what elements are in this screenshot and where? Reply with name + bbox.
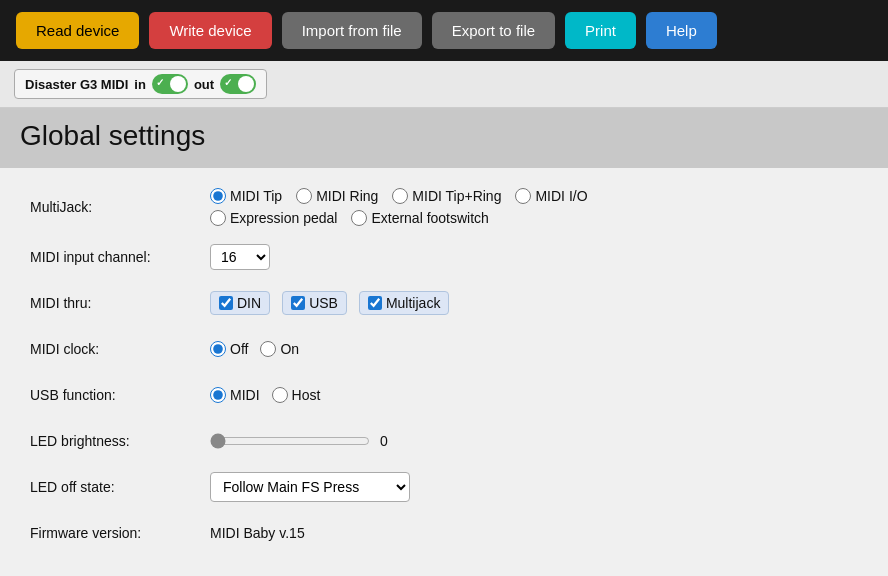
- led-brightness-control: 0: [210, 433, 388, 449]
- firmware-version-control: MIDI Baby v.15: [210, 525, 305, 541]
- midi-thru-label: MIDI thru:: [30, 295, 210, 311]
- multijack-midi-tip[interactable]: MIDI Tip: [210, 188, 282, 204]
- midi-thru-usb[interactable]: USB: [282, 291, 347, 315]
- out-label: out: [194, 77, 214, 92]
- device-name: Disaster G3 MIDI: [25, 77, 128, 92]
- multijack-external-footswitch[interactable]: External footswitch: [351, 210, 489, 226]
- midi-thru-control: DIN USB Multijack: [210, 291, 449, 315]
- led-brightness-slider-wrap: 0: [210, 433, 388, 449]
- led-off-state-select[interactable]: Follow Main FS Press Always Off Always O…: [210, 472, 410, 502]
- page-title: Global settings: [20, 120, 205, 151]
- midi-clock-off-radio[interactable]: [210, 341, 226, 357]
- midi-clock-off[interactable]: Off: [210, 341, 248, 357]
- multijack-row2: Expression pedal External footswitch: [210, 210, 588, 226]
- multijack-midi-io[interactable]: MIDI I/O: [515, 188, 587, 204]
- led-off-state-label: LED off state:: [30, 479, 210, 495]
- multijack-label: MultiJack:: [30, 199, 210, 215]
- multijack-row: MultiJack: MIDI Tip MIDI Ring MIDI Tip+R…: [30, 188, 858, 226]
- midi-thru-usb-checkbox[interactable]: [291, 296, 305, 310]
- multijack-control: MIDI Tip MIDI Ring MIDI Tip+Ring MIDI I/…: [210, 188, 588, 226]
- midi-in-toggle[interactable]: ✓: [152, 74, 188, 94]
- section-header: Global settings: [0, 108, 888, 168]
- multijack-external-footswitch-radio[interactable]: [351, 210, 367, 226]
- midi-input-channel-control: 16 1234 5678 9101112 131415: [210, 244, 270, 270]
- led-brightness-slider[interactable]: [210, 433, 370, 449]
- midi-clock-control: Off On: [210, 341, 299, 357]
- usb-function-midi-radio[interactable]: [210, 387, 226, 403]
- midi-thru-row: MIDI thru: DIN USB Multijack: [30, 288, 858, 318]
- midi-input-channel-label: MIDI input channel:: [30, 249, 210, 265]
- led-off-state-control: Follow Main FS Press Always Off Always O…: [210, 472, 410, 502]
- toolbar: Read device Write device Import from fil…: [0, 0, 888, 61]
- midi-thru-multijack[interactable]: Multijack: [359, 291, 449, 315]
- write-device-button[interactable]: Write device: [149, 12, 271, 49]
- midi-clock-label: MIDI clock:: [30, 341, 210, 357]
- led-off-state-row: LED off state: Follow Main FS Press Alwa…: [30, 472, 858, 502]
- settings-area: MultiJack: MIDI Tip MIDI Ring MIDI Tip+R…: [0, 168, 888, 576]
- multijack-expression-pedal[interactable]: Expression pedal: [210, 210, 337, 226]
- multijack-expression-pedal-radio[interactable]: [210, 210, 226, 226]
- midi-thru-multijack-checkbox[interactable]: [368, 296, 382, 310]
- midi-input-channel-select[interactable]: 16 1234 5678 9101112 131415: [210, 244, 270, 270]
- usb-function-host-radio[interactable]: [272, 387, 288, 403]
- midi-input-channel-row: MIDI input channel: 16 1234 5678 9101112…: [30, 242, 858, 272]
- firmware-version-row: Firmware version: MIDI Baby v.15: [30, 518, 858, 548]
- led-brightness-label: LED brightness:: [30, 433, 210, 449]
- multijack-row1: MIDI Tip MIDI Ring MIDI Tip+Ring MIDI I/…: [210, 188, 588, 204]
- device-status-label: Disaster G3 MIDI in ✓ out ✓: [14, 69, 267, 99]
- help-button[interactable]: Help: [646, 12, 717, 49]
- midi-clock-on[interactable]: On: [260, 341, 299, 357]
- usb-function-row: USB function: MIDI Host: [30, 380, 858, 410]
- in-label: in: [134, 77, 146, 92]
- import-from-file-button[interactable]: Import from file: [282, 12, 422, 49]
- led-brightness-value: 0: [380, 433, 388, 449]
- midi-out-toggle[interactable]: ✓: [220, 74, 256, 94]
- midi-clock-on-radio[interactable]: [260, 341, 276, 357]
- firmware-version-value: MIDI Baby v.15: [210, 525, 305, 541]
- multijack-options: MIDI Tip MIDI Ring MIDI Tip+Ring MIDI I/…: [210, 188, 588, 226]
- usb-function-label: USB function:: [30, 387, 210, 403]
- multijack-midi-ring[interactable]: MIDI Ring: [296, 188, 378, 204]
- multijack-midi-tip-ring[interactable]: MIDI Tip+Ring: [392, 188, 501, 204]
- device-bar: Disaster G3 MIDI in ✓ out ✓: [0, 61, 888, 108]
- midi-clock-row: MIDI clock: Off On: [30, 334, 858, 364]
- usb-function-control: MIDI Host: [210, 387, 320, 403]
- print-button[interactable]: Print: [565, 12, 636, 49]
- firmware-version-label: Firmware version:: [30, 525, 210, 541]
- read-device-button[interactable]: Read device: [16, 12, 139, 49]
- midi-thru-din[interactable]: DIN: [210, 291, 270, 315]
- midi-thru-din-checkbox[interactable]: [219, 296, 233, 310]
- led-brightness-row: LED brightness: 0: [30, 426, 858, 456]
- multijack-midi-io-radio[interactable]: [515, 188, 531, 204]
- usb-function-midi[interactable]: MIDI: [210, 387, 260, 403]
- usb-function-host[interactable]: Host: [272, 387, 321, 403]
- multijack-midi-ring-radio[interactable]: [296, 188, 312, 204]
- multijack-midi-tip-ring-radio[interactable]: [392, 188, 408, 204]
- export-to-file-button[interactable]: Export to file: [432, 12, 555, 49]
- multijack-midi-tip-radio[interactable]: [210, 188, 226, 204]
